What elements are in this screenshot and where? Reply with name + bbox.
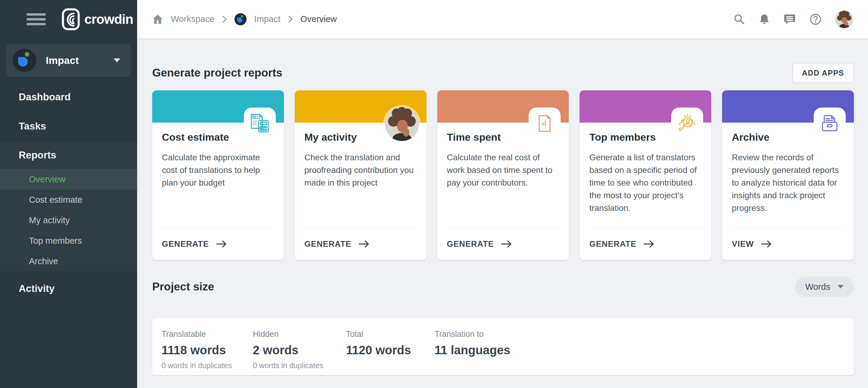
- card-archive: Archive Review the records of previously…: [722, 90, 854, 260]
- chevron-right-icon: [222, 16, 227, 23]
- menu-hamburger-icon[interactable]: [27, 13, 46, 25]
- time-report-icon: [529, 107, 561, 139]
- card-my-activity: My activity Check the translation and pr…: [295, 90, 427, 260]
- topbar: Workspace Impact Overview: [137, 0, 868, 38]
- sidebar-subitem-top-members[interactable]: Top members: [0, 230, 137, 251]
- sidebar-subitem-my-activity[interactable]: My activity: [0, 210, 137, 230]
- arrow-right-icon: [359, 240, 370, 248]
- card-description: Calculate the approximate cost of transl…: [162, 151, 274, 189]
- generate-label: GENERATE: [304, 239, 351, 249]
- topbar-actions: [734, 10, 853, 28]
- generate-link[interactable]: GENERATE: [447, 228, 559, 260]
- notifications-bell-icon[interactable]: [759, 13, 770, 25]
- card-time-spent: Time spent Calculate the real cost of wo…: [437, 90, 569, 260]
- sidebar-item-dashboard[interactable]: Dashboard: [0, 82, 137, 111]
- stat-translation-to: Translation to 11 languages: [435, 329, 510, 375]
- page-title: Generate project reports: [152, 67, 282, 79]
- project-selector-label: Impact: [46, 55, 79, 66]
- sidebar-reports-group: Reports Overview Cost estimate My activi…: [0, 141, 137, 271]
- home-icon[interactable]: [152, 14, 163, 25]
- stat-translatable: Translatable 1118 words 0 words in dupli…: [161, 329, 253, 375]
- stat-total: Total 1120 words: [346, 329, 435, 375]
- arrow-right-icon: [761, 240, 772, 248]
- member-search-icon: [671, 107, 703, 139]
- project-size-stats: Translatable 1118 words 0 words in dupli…: [152, 318, 854, 375]
- sidebar-subitem-archive[interactable]: Archive: [0, 251, 137, 271]
- sidebar-item-activity[interactable]: Activity: [0, 273, 137, 303]
- units-dropdown-value: Words: [805, 282, 830, 292]
- add-apps-button[interactable]: ADD APPS: [792, 63, 854, 83]
- stat-hidden: Hidden 2 words 0 words in duplicates: [253, 329, 346, 375]
- sidebar-subitem-cost-estimate[interactable]: Cost estimate: [0, 190, 137, 210]
- generate-link[interactable]: GENERATE: [162, 228, 274, 260]
- archive-box-icon: [814, 107, 846, 139]
- generate-link[interactable]: GENERATE: [589, 228, 702, 260]
- generate-link[interactable]: GENERATE: [304, 228, 417, 260]
- crowdin-wordmark: crowdin: [84, 12, 133, 27]
- project-size-header-row: Project size Words: [152, 277, 854, 297]
- sidebar-item-tasks[interactable]: Tasks: [0, 111, 137, 141]
- arrow-right-icon: [216, 240, 227, 248]
- arrow-right-icon: [501, 240, 512, 248]
- card-description: Check the translation and proofreading c…: [304, 151, 417, 189]
- sidebar: crowdin Impact Dashboard Tasks Reports O…: [0, 0, 137, 388]
- generate-label: GENERATE: [447, 239, 494, 249]
- search-icon[interactable]: [734, 13, 745, 25]
- project-size-title: Project size: [152, 281, 214, 293]
- card-top-members: Top members Generate a list of translato…: [580, 90, 711, 260]
- card-description: Generate a list of translators based on …: [589, 151, 702, 215]
- chevron-right-icon: [288, 16, 293, 23]
- report-cards: Cost estimate Calculate the approximate …: [152, 90, 854, 260]
- card-description: Review the records of previously generat…: [732, 151, 844, 215]
- sidebar-subitem-overview[interactable]: Overview: [0, 169, 137, 190]
- units-dropdown[interactable]: Words: [795, 277, 854, 297]
- invoice-calculator-icon: [244, 107, 276, 139]
- logo-row: crowdin: [0, 0, 137, 38]
- messages-icon[interactable]: [784, 13, 796, 25]
- user-avatar: [385, 107, 419, 141]
- view-label: VIEW: [732, 239, 754, 249]
- card-cost-estimate: Cost estimate Calculate the approximate …: [152, 90, 284, 260]
- sidebar-nav: Dashboard Tasks Reports Overview Cost es…: [0, 82, 137, 303]
- impact-project-logo-icon: [13, 48, 36, 72]
- breadcrumb-project[interactable]: Impact: [254, 14, 281, 24]
- crowdin-logo-icon: [61, 8, 80, 31]
- chevron-down-icon: [114, 59, 120, 62]
- main-content: Generate project reports ADD APPS: [137, 38, 868, 388]
- view-link[interactable]: VIEW: [732, 228, 844, 260]
- generate-label: GENERATE: [589, 239, 636, 249]
- help-icon[interactable]: [809, 13, 822, 25]
- arrow-right-icon: [644, 240, 654, 248]
- chevron-down-icon: [838, 285, 844, 289]
- generate-label: GENERATE: [162, 239, 209, 249]
- reports-header-row: Generate project reports ADD APPS: [152, 63, 854, 83]
- impact-project-logo-icon: [235, 13, 247, 25]
- user-avatar[interactable]: [835, 10, 853, 28]
- breadcrumb-workspace[interactable]: Workspace: [171, 14, 215, 24]
- card-description: Calculate the real cost of work based on…: [447, 151, 559, 189]
- sidebar-item-reports[interactable]: Reports: [0, 141, 137, 169]
- project-selector[interactable]: Impact: [6, 44, 131, 77]
- breadcrumb: Workspace Impact Overview: [152, 13, 337, 25]
- breadcrumb-current-page: Overview: [301, 14, 337, 24]
- crowdin-logo[interactable]: crowdin: [61, 8, 133, 31]
